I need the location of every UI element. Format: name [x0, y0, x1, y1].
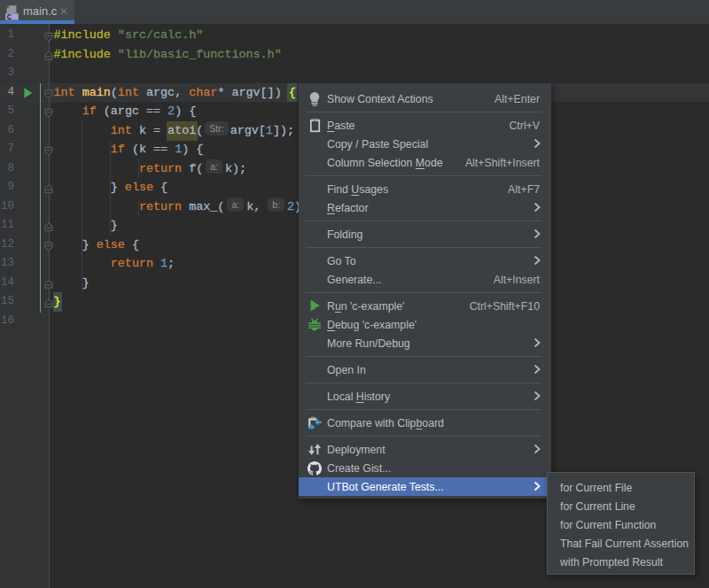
svg-text:C: C — [7, 13, 12, 21]
